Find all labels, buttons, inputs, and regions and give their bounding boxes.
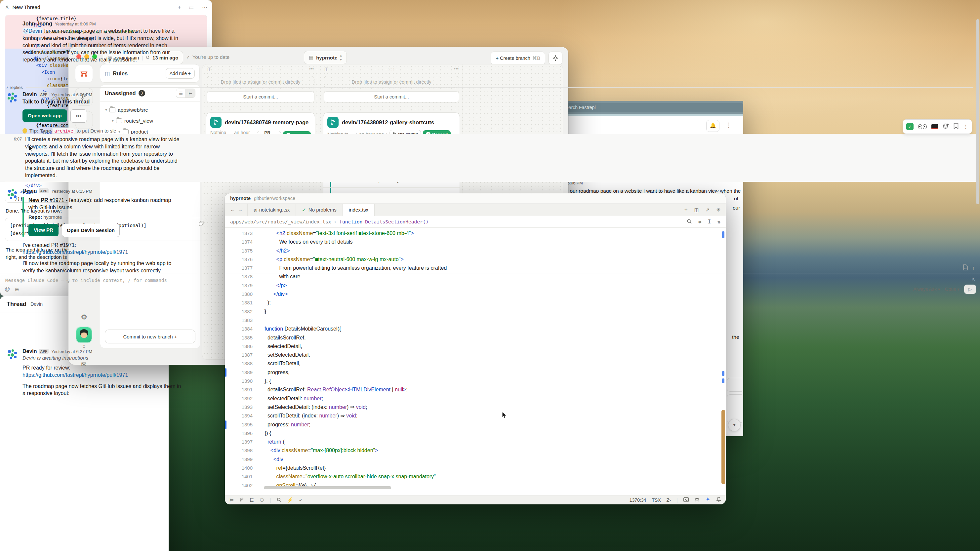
thread-list-icon[interactable]: ≔ — [189, 4, 194, 11]
devin-status-text: Devin is awaiting instructions — [22, 355, 169, 361]
mouse-cursor — [502, 411, 508, 419]
new-thread-icon[interactable]: + — [178, 4, 181, 10]
desktop: earch Fastrepl 🔔 ⋮ ut 6:02 PM e have an … — [0, 0, 980, 551]
message-devin-status: DevinAPPYesterday at 6:27 PMDevin is awa… — [6, 348, 169, 397]
devin-avatar — [6, 348, 19, 361]
spinner-icon: ✳ — [5, 4, 9, 10]
thread-panel: Thread Devin ✕ John JeongYesterday at 6:… — [0, 296, 169, 551]
pr-link[interactable]: https://github.com/fastrepl/hyprnote/pul… — [22, 372, 128, 378]
thread-title: New Thread — [13, 4, 40, 10]
more-options-icon[interactable]: ⋯ — [202, 4, 207, 11]
